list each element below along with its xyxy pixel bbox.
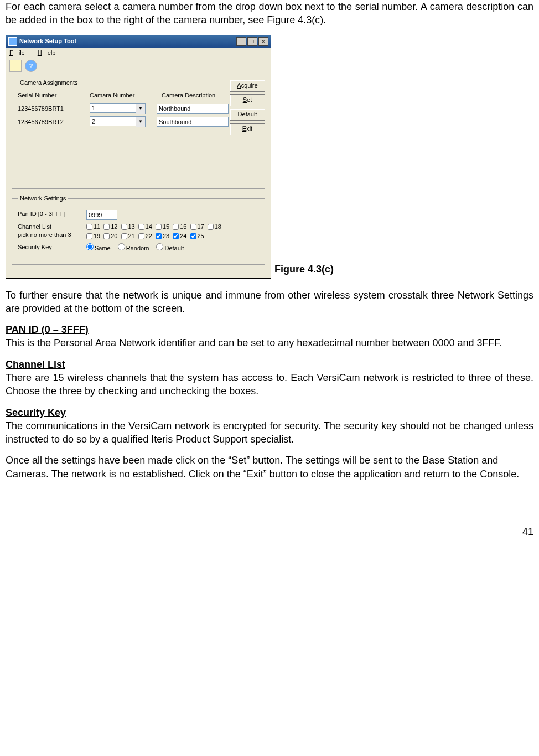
channel-16-checkbox[interactable]: 16 (173, 223, 186, 231)
toolbar-icon-1[interactable] (9, 60, 22, 72)
serial-value: 123456789BRT1 (18, 105, 79, 113)
camera-number-select[interactable]: ▼ (90, 116, 146, 127)
close-icon[interactable]: × (258, 37, 268, 46)
channel-21-checkbox[interactable]: 21 (121, 232, 135, 240)
app-icon (8, 37, 17, 46)
help-icon[interactable]: ? (25, 60, 37, 72)
camera-number-input[interactable] (90, 103, 136, 113)
radio-random[interactable]: Random (118, 245, 149, 251)
channel-25-checkbox[interactable]: 25 (190, 232, 204, 240)
pan-id-label: Pan ID [0 - 3FFF] (18, 210, 79, 218)
camera-description-input[interactable] (157, 117, 229, 127)
channel-22-checkbox[interactable]: 22 (138, 232, 152, 240)
chevron-down-icon[interactable]: ▼ (136, 103, 146, 114)
col-number: Camara Number (90, 91, 151, 100)
toolbar: ? (6, 58, 271, 74)
channel-list-body: There are 15 wireless channels that the … (6, 371, 533, 398)
side-buttons: Acquire Set Default Exit (230, 80, 265, 135)
app-window: Network Setup Tool _ □ × File Help ? Acq… (6, 35, 271, 279)
security-key-body: The communications in the VersiCam netwo… (6, 419, 533, 446)
channel-15-checkbox[interactable]: 15 (156, 223, 169, 231)
channel-list-heading: Channel List (6, 358, 533, 371)
serial-value: 123456789BRT2 (18, 118, 79, 126)
channel-18-checkbox[interactable]: 18 (208, 223, 221, 231)
menubar: File Help (6, 48, 271, 59)
channel-list-label: Channel List pick no more than 3 (18, 223, 79, 239)
security-key-heading: Security Key (6, 406, 533, 419)
titlebar: Network Setup Tool _ □ × (6, 35, 271, 48)
security-key-radios: Same Random Default (86, 243, 189, 253)
camera-number-select[interactable]: ▼ (90, 103, 146, 114)
acquire-button[interactable]: Acquire (230, 80, 265, 92)
camera-assignments-legend: Camera Assignments (18, 79, 80, 87)
network-settings-group: Network Settings Pan ID [0 - 3FFF] Chann… (12, 194, 265, 264)
network-settings-legend: Network Settings (18, 194, 68, 203)
exit-button[interactable]: Exit (230, 123, 265, 135)
channel-23-checkbox[interactable]: 23 (156, 232, 169, 240)
security-key-label: Security Key (18, 243, 79, 251)
window-controls: _ □ × (236, 37, 268, 46)
page-number: 41 (6, 525, 533, 538)
channel-12-checkbox[interactable]: 12 (103, 223, 117, 231)
window-title: Network Setup Tool (19, 37, 76, 45)
channel-19-checkbox[interactable]: 19 (86, 232, 100, 240)
camera-row: 123456789BRT2▼ (18, 116, 259, 127)
radio-same[interactable]: Same (86, 245, 111, 251)
channel-11-checkbox[interactable]: 11 (86, 223, 100, 231)
camera-row: 123456789BRT1▼ (18, 103, 259, 114)
radio-default[interactable]: Default (156, 245, 184, 251)
menu-file[interactable]: File (9, 49, 30, 56)
channel-24-checkbox[interactable]: 24 (173, 232, 186, 240)
minimize-icon[interactable]: _ (236, 37, 246, 46)
closing-paragraph: Once all the settings have been made cli… (6, 454, 533, 481)
channel-checkboxes: 111213141516171819202122232425 (86, 223, 230, 240)
channel-list-section: Channel List There are 15 wireless chann… (6, 358, 533, 398)
camera-number-input[interactable] (90, 116, 136, 126)
col-desc: Camera Description (162, 91, 239, 100)
figure-caption: Figure 4.3(c) (274, 263, 334, 278)
channel-20-checkbox[interactable]: 20 (103, 232, 117, 240)
default-button[interactable]: Default (230, 109, 265, 121)
menu-help[interactable]: Help (38, 49, 61, 56)
channel-13-checkbox[interactable]: 13 (121, 223, 135, 231)
maximize-icon[interactable]: □ (247, 37, 257, 46)
intro-paragraph: For each camera select a camera number f… (6, 0, 533, 27)
channel-14-checkbox[interactable]: 14 (138, 223, 152, 231)
post-figure-paragraph: To further ensure that the network is un… (6, 289, 533, 316)
set-button[interactable]: Set (230, 94, 265, 106)
camera-assignments-group: Camera Assignments Serial Number Camara … (12, 79, 265, 189)
pan-id-input[interactable] (86, 210, 117, 220)
channel-17-checkbox[interactable]: 17 (190, 223, 204, 231)
pan-id-heading: PAN ID (0 – 3FFF) (6, 323, 533, 336)
security-key-section: Security Key The communications in the V… (6, 406, 533, 446)
pan-id-body: This is the Personal Area Network identi… (6, 336, 533, 349)
camera-description-input[interactable] (157, 104, 229, 114)
camera-headers: Serial Number Camara Number Camera Descr… (18, 91, 259, 100)
figure-wrap: Network Setup Tool _ □ × File Help ? Acq… (6, 35, 533, 279)
col-serial: Serial Number (18, 91, 79, 100)
chevron-down-icon[interactable]: ▼ (136, 116, 146, 127)
pan-id-section: PAN ID (0 – 3FFF) This is the Personal A… (6, 323, 533, 350)
